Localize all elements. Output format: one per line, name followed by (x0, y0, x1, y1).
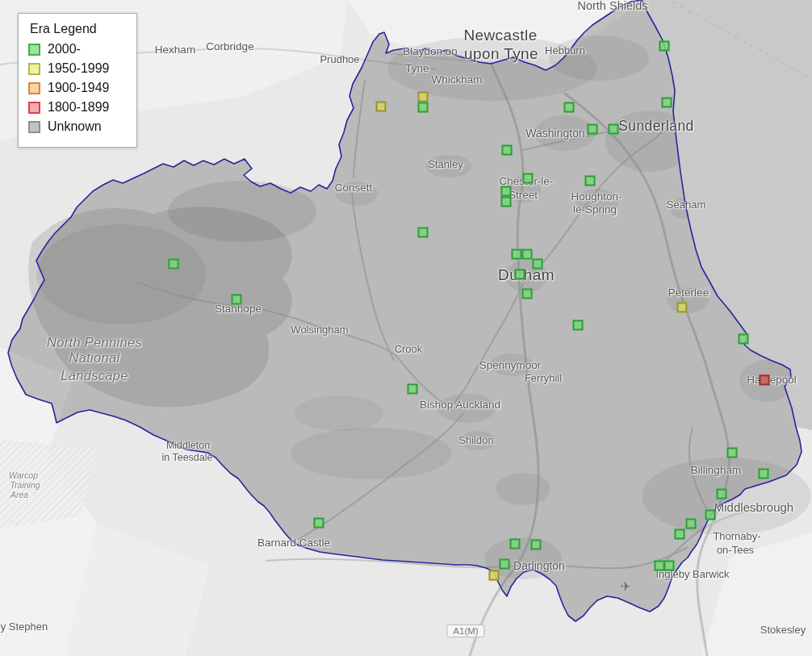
era-marker-red[interactable] (760, 375, 770, 386)
era-marker-green[interactable] (501, 186, 512, 197)
legend-item-label: 1800-1899 (48, 100, 110, 115)
era-marker-green[interactable] (585, 176, 596, 186)
era-marker-green[interactable] (662, 98, 672, 108)
era-marker-green[interactable] (664, 561, 675, 571)
legend-swatch-icon (28, 44, 40, 56)
era-legend: Era Legend 2000-1950-19991900-19491800-1… (18, 13, 137, 148)
era-marker-yellow[interactable] (418, 92, 429, 102)
era-marker-green[interactable] (314, 518, 324, 529)
era-marker-green[interactable] (705, 510, 716, 520)
era-marker-green[interactable] (531, 540, 542, 550)
era-marker-green[interactable] (169, 259, 179, 270)
era-marker-green[interactable] (588, 124, 598, 135)
legend-item-label: Unknown (48, 119, 102, 134)
era-marker-green[interactable] (675, 529, 685, 540)
era-marker-green[interactable] (512, 249, 522, 260)
map-canvas[interactable]: North ShieldsNewcastleupon TyneHebburnHe… (0, 0, 812, 656)
era-marker-green[interactable] (418, 102, 429, 113)
era-marker-green[interactable] (759, 469, 769, 479)
era-marker-green[interactable] (533, 259, 543, 270)
era-marker-green[interactable] (510, 539, 521, 549)
era-legend-items: 2000-1950-19991900-19491800-1899Unknown (28, 42, 123, 134)
era-marker-green[interactable] (717, 489, 727, 499)
era-marker-green[interactable] (500, 559, 510, 570)
legend-item-label: 1950-1999 (48, 61, 110, 76)
era-marker-green[interactable] (408, 384, 418, 395)
legend-title: Era Legend (30, 22, 123, 36)
era-marker-green[interactable] (739, 334, 749, 345)
legend-item-label: 1900-1949 (48, 81, 110, 95)
legend-item: 2000- (28, 42, 123, 56)
legend-swatch-icon (28, 102, 40, 114)
era-marker-green[interactable] (501, 197, 512, 207)
era-marker-green[interactable] (659, 41, 670, 52)
era-marker-green[interactable] (418, 228, 429, 238)
era-marker-green[interactable] (502, 145, 513, 156)
era-marker-green[interactable] (522, 289, 533, 299)
legend-swatch-icon (28, 121, 40, 133)
era-marker-green[interactable] (686, 519, 697, 529)
era-marker-green[interactable] (523, 173, 534, 184)
era-marker-green[interactable] (609, 124, 619, 135)
era-marker-green[interactable] (232, 295, 242, 305)
legend-item: 1800-1899 (28, 100, 123, 115)
era-marker-green[interactable] (573, 320, 584, 331)
legend-item: 1950-1999 (28, 61, 123, 76)
era-marker-yellow[interactable] (489, 570, 500, 581)
legend-swatch-icon (28, 63, 40, 75)
era-marker-green[interactable] (522, 249, 533, 260)
era-marker-yellow[interactable] (376, 102, 387, 112)
legend-item: 1900-1949 (28, 81, 123, 95)
era-marker-green[interactable] (727, 448, 738, 458)
era-marker-yellow[interactable] (677, 303, 688, 313)
legend-item: Unknown (28, 119, 123, 134)
era-marker-green[interactable] (515, 270, 525, 280)
legend-swatch-icon (28, 82, 40, 94)
era-marker-green[interactable] (564, 102, 575, 113)
legend-item-label: 2000- (48, 42, 81, 56)
